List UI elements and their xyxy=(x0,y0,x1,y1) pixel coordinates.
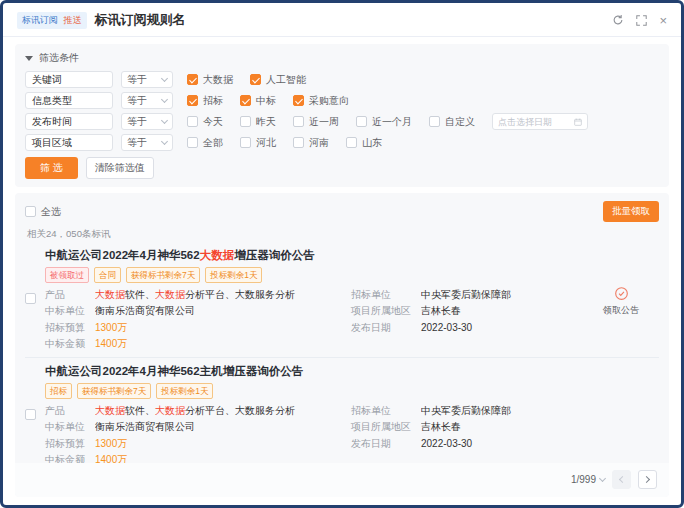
checkbox-unchecked xyxy=(356,116,367,127)
filter-field-name[interactable]: 项目区域 xyxy=(25,134,113,151)
row-checkbox[interactable] xyxy=(25,293,36,304)
field-label: 产品 xyxy=(45,404,95,417)
option-ai[interactable]: 人工智能 xyxy=(250,73,306,87)
batch-claim-button[interactable]: 批量领取 xyxy=(603,201,659,222)
announcement-title[interactable]: 中航运公司2022年4月神华562大数据增压器询价公告 xyxy=(45,248,659,263)
operator-select[interactable]: 等于 xyxy=(121,113,173,130)
date-picker[interactable] xyxy=(492,113,588,130)
option-custom[interactable]: 自定义 xyxy=(429,115,475,129)
field-value-publish-date: 2022-03-30 xyxy=(421,321,583,334)
row-checkbox[interactable] xyxy=(25,409,36,420)
announcement-card: 中航运公司2022年4月神华562大数据增压器询价公告 被领取过 合同 获得标书… xyxy=(25,242,659,358)
option-henan[interactable]: 河南 xyxy=(293,136,329,150)
panel-header: 标讯订阅 推送 标讯订阅规则名 × xyxy=(3,3,681,37)
filter-row-keyword: 关键词 等于 大数据 人工智能 xyxy=(25,71,659,88)
filter-row-region: 项目区域 等于 全部 河北 河南 山东 xyxy=(25,134,659,151)
field-label: 招标预算 xyxy=(45,437,95,450)
field-value-product: 大数据软件、大数据分析平台、大数服务分析 xyxy=(95,288,351,301)
option-purchase-intent[interactable]: 采购意向 xyxy=(293,94,349,108)
apply-filter-button[interactable]: 筛 选 xyxy=(25,157,78,179)
field-value-region: 吉林长春 xyxy=(421,304,583,317)
status-badge: 被领取过 xyxy=(45,267,89,283)
chevron-down-icon xyxy=(161,117,168,124)
result-count: 相关24，050条标讯 xyxy=(27,228,659,241)
field-label: 产品 xyxy=(45,288,95,301)
field-value-publish-date: 2022-03-30 xyxy=(421,437,583,450)
option-bigdata[interactable]: 大数据 xyxy=(187,73,233,87)
announcement-card: 中航运公司2022年4月神华562主机增压器询价公告 招标 获得标书剩余7天 投… xyxy=(25,358,659,463)
announcement-title[interactable]: 中航运公司2022年4月神华562主机增压器询价公告 xyxy=(45,364,659,379)
status-badge: 招标 xyxy=(45,383,72,399)
filter-field-name[interactable]: 发布时间 xyxy=(25,113,113,130)
option-tender[interactable]: 招标 xyxy=(187,94,223,108)
date-input[interactable] xyxy=(498,117,574,127)
filter-section-header[interactable]: 筛选条件 xyxy=(25,51,659,65)
list-toolbar: 全选 批量领取 xyxy=(25,201,659,222)
fullscreen-icon[interactable] xyxy=(636,15,647,26)
option-yesterday[interactable]: 昨天 xyxy=(240,115,276,129)
announcement-fields: 产品 大数据软件、大数据分析平台、大数服务分析 招标单位 中央军委后勤保障部 中… xyxy=(45,288,583,351)
option-last-month[interactable]: 近一个月 xyxy=(356,115,412,129)
option-shandong[interactable]: 山东 xyxy=(346,136,382,150)
option-today[interactable]: 今天 xyxy=(187,115,223,129)
option-last-week[interactable]: 近一周 xyxy=(293,115,339,129)
select-all-checkbox[interactable]: 全选 xyxy=(25,205,61,219)
checkbox-unchecked xyxy=(187,116,198,127)
checkbox-unchecked xyxy=(293,137,304,148)
filter-section-title: 筛选条件 xyxy=(39,51,79,65)
badge-label: 标讯订阅 xyxy=(22,15,58,25)
claim-icon xyxy=(614,286,629,301)
field-value-budget: 1300万 xyxy=(95,437,351,450)
subscription-badge: 标讯订阅 推送 xyxy=(17,12,87,29)
chevron-left-icon xyxy=(619,476,626,483)
field-value-win-unit: 衡南乐浩商贸有限公司 xyxy=(95,304,351,317)
field-label: 中标金额 xyxy=(45,337,95,350)
keyword-highlight: 大数据 xyxy=(200,249,235,261)
filter-field-name[interactable]: 关键词 xyxy=(25,71,113,88)
chevron-right-icon xyxy=(643,476,650,483)
announcement-body: 产品 大数据软件、大数据分析平台、大数服务分析 招标单位 中央军委后勤保障部 中… xyxy=(25,288,659,351)
result-list-panel: 全选 批量领取 相关24，050条标讯 中航运公司2022年4月神华562大数据… xyxy=(15,193,669,497)
status-badge: 投标剩余1天 xyxy=(156,383,213,399)
field-label: 发布日期 xyxy=(351,321,421,334)
operator-select[interactable]: 等于 xyxy=(121,134,173,151)
checkbox-unchecked xyxy=(429,116,440,127)
checkbox-checked xyxy=(293,95,304,106)
field-label: 中标单位 xyxy=(45,420,95,433)
status-badge: 获得标书剩余7天 xyxy=(126,267,200,283)
option-all[interactable]: 全部 xyxy=(187,136,223,150)
option-hebei[interactable]: 河北 xyxy=(240,136,276,150)
filter-field-name[interactable]: 信息类型 xyxy=(25,92,113,109)
close-icon[interactable]: × xyxy=(659,14,667,27)
option-win[interactable]: 中标 xyxy=(240,94,276,108)
badge-push-label: 推送 xyxy=(64,15,82,25)
checkbox-unchecked xyxy=(346,137,357,148)
checkbox-unchecked xyxy=(240,137,251,148)
announcement-body: 产品 大数据软件、大数据分析平台、大数服务分析 招标单位 中央军委后勤保障部 中… xyxy=(25,404,659,464)
field-label: 项目所属地区 xyxy=(351,304,421,317)
refresh-icon[interactable] xyxy=(612,14,624,26)
checkbox-unchecked xyxy=(25,206,36,217)
status-badge: 合同 xyxy=(94,267,121,283)
field-label: 中标金额 xyxy=(45,453,95,463)
claim-announcement-button[interactable]: 领取公告 xyxy=(583,286,659,317)
header-actions: × xyxy=(612,14,667,27)
field-value-win-amount: 1400万 xyxy=(95,337,351,350)
field-label: 项目所属地区 xyxy=(351,420,421,433)
prev-page-button[interactable] xyxy=(612,470,631,489)
next-page-button[interactable] xyxy=(638,470,657,489)
field-value-tender-unit: 中央军委后勤保障部 xyxy=(421,404,583,417)
page-title: 标讯订阅规则名 xyxy=(95,11,186,29)
field-value-win-unit: 衡南乐浩商贸有限公司 xyxy=(95,420,351,433)
page-indicator-select[interactable]: 1/999 xyxy=(571,474,605,485)
status-badge: 获得标书剩余7天 xyxy=(77,383,151,399)
checkbox-checked xyxy=(250,74,261,85)
operator-select[interactable]: 等于 xyxy=(121,92,173,109)
subscription-rule-panel: 标讯订阅 推送 标讯订阅规则名 × 筛选条件 关键词 等于 大数据 人工智能 信… xyxy=(0,0,684,508)
clear-filter-button[interactable]: 清除筛选值 xyxy=(86,157,154,179)
operator-select[interactable]: 等于 xyxy=(121,71,173,88)
chevron-down-icon xyxy=(161,138,168,145)
filter-row-publish-time: 发布时间 等于 今天 昨天 近一周 近一个月 自定义 xyxy=(25,113,659,130)
tag-row: 招标 获得标书剩余7天 投标剩余1天 xyxy=(45,383,659,399)
field-value-win-amount: 1400万 xyxy=(95,453,351,463)
